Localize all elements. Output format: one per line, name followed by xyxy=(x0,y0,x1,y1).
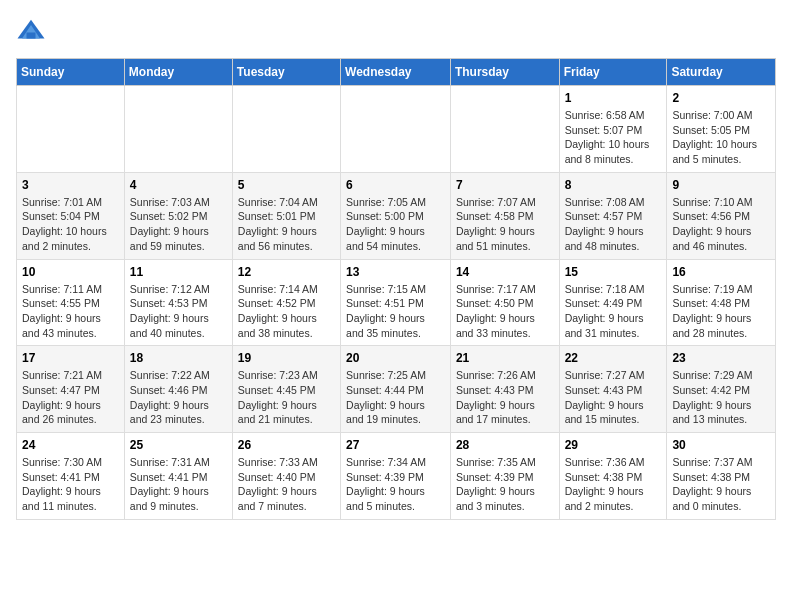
calendar-cell xyxy=(341,86,451,173)
day-number: 27 xyxy=(346,438,445,452)
calendar-cell: 3Sunrise: 7:01 AM Sunset: 5:04 PM Daylig… xyxy=(17,172,125,259)
day-number: 13 xyxy=(346,265,445,279)
day-info: Sunrise: 7:05 AM Sunset: 5:00 PM Dayligh… xyxy=(346,195,445,254)
calendar-cell: 22Sunrise: 7:27 AM Sunset: 4:43 PM Dayli… xyxy=(559,346,667,433)
calendar-cell: 28Sunrise: 7:35 AM Sunset: 4:39 PM Dayli… xyxy=(450,433,559,520)
day-info: Sunrise: 7:01 AM Sunset: 5:04 PM Dayligh… xyxy=(22,195,119,254)
calendar-cell: 15Sunrise: 7:18 AM Sunset: 4:49 PM Dayli… xyxy=(559,259,667,346)
day-info: Sunrise: 7:34 AM Sunset: 4:39 PM Dayligh… xyxy=(346,455,445,514)
column-header-sunday: Sunday xyxy=(17,59,125,86)
calendar-cell: 20Sunrise: 7:25 AM Sunset: 4:44 PM Dayli… xyxy=(341,346,451,433)
day-number: 5 xyxy=(238,178,335,192)
calendar-cell: 30Sunrise: 7:37 AM Sunset: 4:38 PM Dayli… xyxy=(667,433,776,520)
calendar-cell: 1Sunrise: 6:58 AM Sunset: 5:07 PM Daylig… xyxy=(559,86,667,173)
calendar-cell xyxy=(450,86,559,173)
day-number: 7 xyxy=(456,178,554,192)
calendar-cell: 24Sunrise: 7:30 AM Sunset: 4:41 PM Dayli… xyxy=(17,433,125,520)
day-number: 21 xyxy=(456,351,554,365)
column-header-tuesday: Tuesday xyxy=(232,59,340,86)
logo-icon xyxy=(16,16,46,46)
day-number: 18 xyxy=(130,351,227,365)
day-info: Sunrise: 7:35 AM Sunset: 4:39 PM Dayligh… xyxy=(456,455,554,514)
day-number: 15 xyxy=(565,265,662,279)
calendar-cell: 25Sunrise: 7:31 AM Sunset: 4:41 PM Dayli… xyxy=(124,433,232,520)
day-info: Sunrise: 7:30 AM Sunset: 4:41 PM Dayligh… xyxy=(22,455,119,514)
calendar-cell: 18Sunrise: 7:22 AM Sunset: 4:46 PM Dayli… xyxy=(124,346,232,433)
day-number: 14 xyxy=(456,265,554,279)
column-header-monday: Monday xyxy=(124,59,232,86)
logo xyxy=(16,16,50,46)
day-number: 30 xyxy=(672,438,770,452)
calendar-cell: 8Sunrise: 7:08 AM Sunset: 4:57 PM Daylig… xyxy=(559,172,667,259)
calendar-cell: 13Sunrise: 7:15 AM Sunset: 4:51 PM Dayli… xyxy=(341,259,451,346)
day-number: 23 xyxy=(672,351,770,365)
calendar-cell: 6Sunrise: 7:05 AM Sunset: 5:00 PM Daylig… xyxy=(341,172,451,259)
calendar-cell xyxy=(17,86,125,173)
day-info: Sunrise: 7:14 AM Sunset: 4:52 PM Dayligh… xyxy=(238,282,335,341)
calendar-cell: 14Sunrise: 7:17 AM Sunset: 4:50 PM Dayli… xyxy=(450,259,559,346)
day-number: 25 xyxy=(130,438,227,452)
page-header xyxy=(16,16,776,46)
day-info: Sunrise: 7:37 AM Sunset: 4:38 PM Dayligh… xyxy=(672,455,770,514)
calendar-cell: 27Sunrise: 7:34 AM Sunset: 4:39 PM Dayli… xyxy=(341,433,451,520)
day-number: 11 xyxy=(130,265,227,279)
day-number: 3 xyxy=(22,178,119,192)
day-number: 16 xyxy=(672,265,770,279)
day-info: Sunrise: 7:15 AM Sunset: 4:51 PM Dayligh… xyxy=(346,282,445,341)
day-info: Sunrise: 6:58 AM Sunset: 5:07 PM Dayligh… xyxy=(565,108,662,167)
calendar-row: 10Sunrise: 7:11 AM Sunset: 4:55 PM Dayli… xyxy=(17,259,776,346)
day-info: Sunrise: 7:04 AM Sunset: 5:01 PM Dayligh… xyxy=(238,195,335,254)
day-number: 6 xyxy=(346,178,445,192)
calendar-cell: 7Sunrise: 7:07 AM Sunset: 4:58 PM Daylig… xyxy=(450,172,559,259)
day-info: Sunrise: 7:26 AM Sunset: 4:43 PM Dayligh… xyxy=(456,368,554,427)
calendar-row: 1Sunrise: 6:58 AM Sunset: 5:07 PM Daylig… xyxy=(17,86,776,173)
calendar-cell: 4Sunrise: 7:03 AM Sunset: 5:02 PM Daylig… xyxy=(124,172,232,259)
calendar-cell: 11Sunrise: 7:12 AM Sunset: 4:53 PM Dayli… xyxy=(124,259,232,346)
column-header-saturday: Saturday xyxy=(667,59,776,86)
day-info: Sunrise: 7:11 AM Sunset: 4:55 PM Dayligh… xyxy=(22,282,119,341)
calendar-table: SundayMondayTuesdayWednesdayThursdayFrid… xyxy=(16,58,776,520)
calendar-cell: 19Sunrise: 7:23 AM Sunset: 4:45 PM Dayli… xyxy=(232,346,340,433)
day-number: 2 xyxy=(672,91,770,105)
day-number: 12 xyxy=(238,265,335,279)
day-info: Sunrise: 7:07 AM Sunset: 4:58 PM Dayligh… xyxy=(456,195,554,254)
day-info: Sunrise: 7:21 AM Sunset: 4:47 PM Dayligh… xyxy=(22,368,119,427)
day-number: 8 xyxy=(565,178,662,192)
calendar-row: 3Sunrise: 7:01 AM Sunset: 5:04 PM Daylig… xyxy=(17,172,776,259)
day-info: Sunrise: 7:22 AM Sunset: 4:46 PM Dayligh… xyxy=(130,368,227,427)
day-number: 28 xyxy=(456,438,554,452)
calendar-cell: 10Sunrise: 7:11 AM Sunset: 4:55 PM Dayli… xyxy=(17,259,125,346)
day-info: Sunrise: 7:23 AM Sunset: 4:45 PM Dayligh… xyxy=(238,368,335,427)
calendar-cell: 9Sunrise: 7:10 AM Sunset: 4:56 PM Daylig… xyxy=(667,172,776,259)
day-info: Sunrise: 7:17 AM Sunset: 4:50 PM Dayligh… xyxy=(456,282,554,341)
day-number: 26 xyxy=(238,438,335,452)
calendar-cell: 12Sunrise: 7:14 AM Sunset: 4:52 PM Dayli… xyxy=(232,259,340,346)
column-header-thursday: Thursday xyxy=(450,59,559,86)
day-number: 29 xyxy=(565,438,662,452)
day-info: Sunrise: 7:08 AM Sunset: 4:57 PM Dayligh… xyxy=(565,195,662,254)
calendar-cell: 29Sunrise: 7:36 AM Sunset: 4:38 PM Dayli… xyxy=(559,433,667,520)
calendar-row: 17Sunrise: 7:21 AM Sunset: 4:47 PM Dayli… xyxy=(17,346,776,433)
day-info: Sunrise: 7:12 AM Sunset: 4:53 PM Dayligh… xyxy=(130,282,227,341)
day-number: 22 xyxy=(565,351,662,365)
calendar-cell xyxy=(124,86,232,173)
day-number: 1 xyxy=(565,91,662,105)
day-number: 17 xyxy=(22,351,119,365)
calendar-cell xyxy=(232,86,340,173)
day-info: Sunrise: 7:10 AM Sunset: 4:56 PM Dayligh… xyxy=(672,195,770,254)
svg-rect-2 xyxy=(27,33,36,39)
calendar-cell: 21Sunrise: 7:26 AM Sunset: 4:43 PM Dayli… xyxy=(450,346,559,433)
calendar-header: SundayMondayTuesdayWednesdayThursdayFrid… xyxy=(17,59,776,86)
calendar-cell: 2Sunrise: 7:00 AM Sunset: 5:05 PM Daylig… xyxy=(667,86,776,173)
day-info: Sunrise: 7:00 AM Sunset: 5:05 PM Dayligh… xyxy=(672,108,770,167)
day-number: 4 xyxy=(130,178,227,192)
column-header-wednesday: Wednesday xyxy=(341,59,451,86)
day-info: Sunrise: 7:31 AM Sunset: 4:41 PM Dayligh… xyxy=(130,455,227,514)
day-number: 9 xyxy=(672,178,770,192)
day-info: Sunrise: 7:36 AM Sunset: 4:38 PM Dayligh… xyxy=(565,455,662,514)
day-number: 19 xyxy=(238,351,335,365)
day-info: Sunrise: 7:19 AM Sunset: 4:48 PM Dayligh… xyxy=(672,282,770,341)
calendar-cell: 17Sunrise: 7:21 AM Sunset: 4:47 PM Dayli… xyxy=(17,346,125,433)
calendar-cell: 16Sunrise: 7:19 AM Sunset: 4:48 PM Dayli… xyxy=(667,259,776,346)
day-number: 20 xyxy=(346,351,445,365)
